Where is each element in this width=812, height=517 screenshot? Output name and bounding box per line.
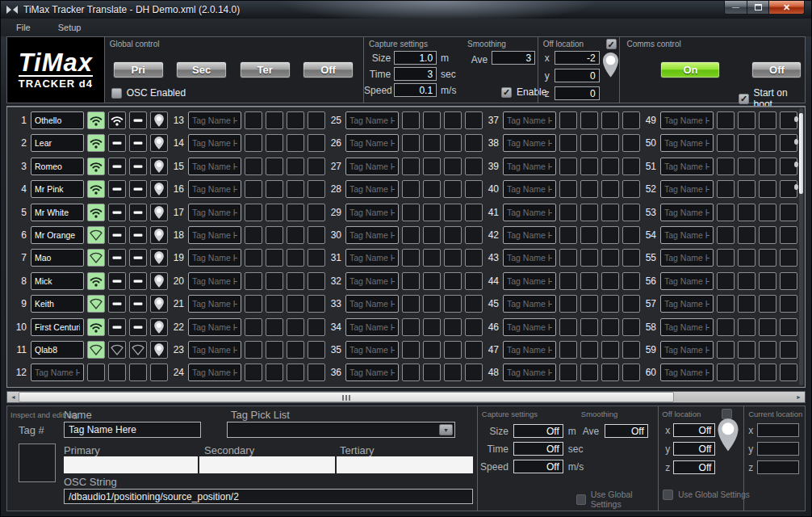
tertiary-field[interactable] — [337, 456, 473, 473]
tag-empty-button[interactable] — [717, 341, 735, 359]
tag-empty-button[interactable] — [559, 272, 577, 290]
tag-empty-button[interactable] — [780, 341, 797, 359]
tag-signal-active-button[interactable] — [87, 272, 105, 290]
tag-name-input[interactable] — [503, 226, 556, 244]
tag-empty-button[interactable] — [759, 226, 776, 244]
tag-dash-button[interactable] — [129, 295, 147, 313]
tag-empty-button[interactable] — [622, 111, 640, 129]
tag-empty-button[interactable] — [287, 111, 304, 129]
tag-name-input[interactable] — [188, 364, 241, 381]
tag-empty-button[interactable] — [287, 158, 304, 175]
tag-dash-button[interactable] — [129, 134, 147, 152]
tag-empty-button[interactable] — [622, 295, 640, 313]
tag-empty-button[interactable] — [601, 249, 619, 267]
tag-empty-button[interactable] — [444, 226, 462, 244]
tag-empty-button[interactable] — [402, 134, 420, 152]
tag-empty-button[interactable] — [423, 295, 441, 313]
tag-empty-button[interactable] — [308, 180, 325, 198]
tag-empty-button[interactable] — [423, 111, 441, 129]
tag-empty-button[interactable] — [559, 341, 577, 359]
tag-no-signal-active-button[interactable] — [87, 295, 105, 313]
tag-empty-button[interactable] — [266, 341, 283, 359]
tag-empty-button[interactable] — [465, 272, 483, 290]
tag-empty-button[interactable] — [444, 295, 462, 313]
tag-empty-button[interactable] — [738, 272, 755, 290]
tag-empty-button[interactable] — [444, 134, 462, 152]
tag-empty-button[interactable] — [717, 158, 735, 175]
tag-dash-button[interactable] — [129, 180, 147, 198]
vertical-scrollbar-thumb[interactable] — [799, 113, 803, 194]
tag-dash-button[interactable] — [108, 226, 126, 244]
tag-empty-button[interactable] — [308, 204, 325, 221]
tag-empty-button[interactable] — [287, 364, 304, 381]
tag-empty-button[interactable] — [423, 180, 441, 198]
tag-pin-button[interactable] — [150, 295, 168, 313]
tag-empty-button[interactable] — [580, 158, 598, 175]
tag-empty-button[interactable] — [87, 364, 105, 381]
tag-name-input[interactable] — [503, 341, 556, 359]
tag-empty-button[interactable] — [402, 111, 420, 129]
tag-empty-button[interactable] — [759, 180, 776, 198]
tag-empty-button[interactable] — [245, 134, 262, 152]
tag-pin-button[interactable] — [150, 272, 168, 290]
offloc-use-global-checkbox[interactable]: ✓ — [663, 490, 673, 500]
tag-name-input[interactable] — [660, 341, 714, 359]
tag-empty-button[interactable] — [759, 158, 776, 175]
tag-empty-button[interactable] — [580, 364, 598, 381]
y-bottom-field[interactable]: Off — [673, 442, 715, 456]
tag-name-input[interactable] — [31, 226, 84, 244]
tag-name-input[interactable] — [660, 204, 714, 221]
tag-empty-button[interactable] — [738, 111, 755, 129]
tag-empty-button[interactable] — [444, 272, 462, 290]
tag-empty-button[interactable] — [559, 111, 577, 129]
tag-empty-button[interactable] — [423, 134, 441, 152]
tag-name-input[interactable] — [345, 134, 399, 152]
tag-empty-button[interactable] — [287, 295, 304, 313]
tag-empty-button[interactable] — [580, 111, 598, 129]
capture-use-global-checkbox[interactable]: ✓ — [576, 494, 586, 505]
tag-dash-button[interactable] — [129, 158, 147, 175]
tag-dash-button[interactable] — [108, 295, 126, 313]
tag-empty-button[interactable] — [780, 272, 797, 290]
tag-name-input[interactable] — [188, 111, 241, 129]
tag-empty-button[interactable] — [287, 226, 304, 244]
tag-empty-button[interactable] — [423, 249, 441, 267]
tag-name-input[interactable] — [345, 249, 399, 267]
tag-empty-button[interactable] — [738, 364, 755, 381]
tag-name-input[interactable] — [345, 111, 399, 129]
tag-empty-button[interactable] — [308, 295, 325, 313]
tag-signal-active-button[interactable] — [87, 111, 105, 129]
tag-name-input[interactable] — [660, 249, 714, 267]
x-bottom-field[interactable]: Off — [673, 423, 715, 437]
tag-name-input[interactable] — [660, 180, 714, 198]
tag-empty-button[interactable] — [266, 364, 283, 381]
tag-name-input[interactable] — [31, 204, 84, 221]
tag-empty-button[interactable] — [308, 226, 325, 244]
tag-pin-button[interactable] — [150, 111, 168, 129]
tag-empty-button[interactable] — [287, 249, 304, 267]
tag-empty-button[interactable] — [444, 180, 462, 198]
tag-empty-button[interactable] — [465, 204, 483, 221]
tag-name-input[interactable] — [31, 180, 84, 198]
z-field[interactable]: 0 — [555, 86, 600, 100]
tag-empty-button[interactable] — [738, 204, 755, 221]
tag-no-signal-active-button[interactable] — [87, 249, 105, 267]
tag-empty-button[interactable] — [559, 318, 577, 336]
tag-empty-button[interactable] — [245, 249, 262, 267]
tag-name-input[interactable] — [503, 204, 556, 221]
tag-empty-button[interactable] — [308, 249, 325, 267]
tag-empty-button[interactable] — [601, 295, 619, 313]
tag-empty-button[interactable] — [759, 318, 776, 336]
tag-empty-button[interactable] — [402, 180, 420, 198]
tag-empty-button[interactable] — [287, 272, 304, 290]
tag-dash-button[interactable] — [108, 272, 126, 290]
tag-name-input[interactable] — [345, 295, 399, 313]
tag-name-input[interactable] — [31, 341, 84, 359]
tag-name-input[interactable] — [31, 318, 84, 336]
tag-empty-button[interactable] — [266, 272, 283, 290]
tag-empty-button[interactable] — [402, 364, 420, 381]
tag-name-input[interactable] — [345, 204, 399, 221]
primary-field[interactable] — [64, 456, 198, 473]
tag-name-input[interactable] — [660, 226, 714, 244]
tag-empty-button[interactable] — [266, 318, 283, 336]
